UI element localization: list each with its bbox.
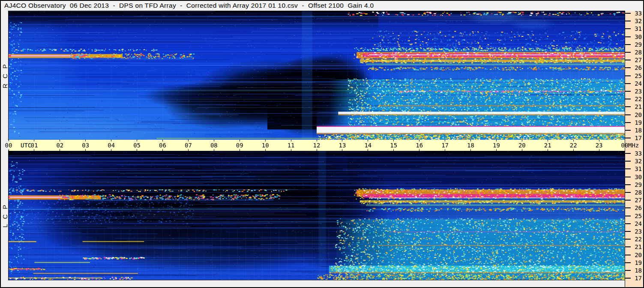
time-tick-label: 22 [570,142,577,149]
time-tick [599,149,599,151]
time-tick [419,140,419,141]
freq-tick-label: 28 [631,49,642,56]
time-tick [137,149,137,151]
freq-tick-label: 27 [631,57,642,63]
time-tick [60,149,60,151]
time-tick-label: 02 [56,142,63,149]
freq-tick [625,161,631,162]
freq-tick [625,130,631,131]
time-tick-label: 16 [416,142,423,149]
time-tick [445,149,445,151]
freq-tick-label: 22 [631,96,642,102]
time-tick-label: 18 [467,142,474,149]
time-tick-label: 23 [596,142,603,149]
freq-tick [625,52,631,53]
freq-tick [625,177,631,177]
time-tick [85,149,86,151]
freq-tick-label: 18 [631,267,642,274]
time-tick-label: 14 [364,142,371,149]
freq-tick-label: 31 [631,165,642,172]
freq-tick-label: 30 [631,174,642,180]
time-tick [496,149,497,151]
freq-tick-label: 24 [631,80,642,87]
freq-tick [625,21,631,21]
time-tick [522,140,522,141]
freq-tick-label: 29 [631,41,642,48]
time-tick-label: 17 [441,142,449,149]
freq-tick [625,246,631,247]
time-tick [368,149,368,151]
time-tick [342,140,342,141]
time-tick [240,140,240,141]
freq-tick [625,278,631,279]
freq-tick [625,60,631,60]
app-window: AJ4CO Observatory 06 Dec 2013 - DPS on T… [0,0,644,288]
spectrogram-panel-lcp [9,151,625,280]
freq-tick-label: 19 [631,259,642,266]
time-tick [9,149,9,151]
time-tick [60,140,60,141]
time-tick [393,140,394,141]
freq-tick [625,216,631,216]
time-tick-label: 06 [159,142,166,149]
freq-tick [625,122,631,123]
time-tick-label: 12 [313,142,321,149]
polarization-label-lcp: L C P [1,151,9,280]
title-bar: AJ4CO Observatory 06 Dec 2013 - DPS on T… [1,1,642,11]
freq-tick [625,231,631,232]
time-tick [291,149,291,151]
time-tick [625,149,625,151]
polarization-label-rcp: R C P [1,11,9,140]
freq-tick [625,168,631,169]
freq-tick-label: 24 [631,220,642,227]
page-title: AJ4CO Observatory 06 Dec 2013 - DPS on T… [4,2,374,9]
freq-tick [625,28,631,29]
time-tick-label: 01 [30,142,38,149]
time-tick [342,149,342,151]
time-axis: UTC 000102030405060708091011121314151617… [9,140,625,151]
time-tick-label: 00 [5,142,12,149]
time-tick [34,140,34,141]
time-tick [162,149,163,151]
time-tick [214,149,214,151]
freq-tick [625,106,631,107]
freq-tick [625,207,631,208]
time-tick-label: 03 [82,142,89,149]
time-tick [470,140,471,141]
time-tick-label: 08 [210,142,218,149]
time-tick [265,149,266,151]
time-tick [548,140,548,141]
time-tick [111,140,111,141]
time-tick [291,140,291,141]
time-tick [445,140,445,141]
time-tick [137,140,137,141]
freq-tick [625,192,631,193]
time-tick [265,140,266,141]
time-unit-label: UTC [21,142,31,149]
time-tick-label: 21 [544,142,551,149]
freq-tick-label: 26 [631,204,642,211]
freq-tick-label: 23 [631,88,642,95]
freq-tick [625,184,631,185]
time-tick [625,140,625,141]
freq-tick-label: 29 [631,181,642,188]
time-tick [317,140,317,141]
time-tick [393,149,394,151]
freq-tick [625,200,631,201]
freq-tick-label: 25 [631,72,642,79]
freq-tick-label: 21 [631,103,642,110]
time-tick [188,140,189,141]
freq-tick-label: 32 [631,18,642,24]
time-tick-label: 15 [390,142,397,149]
time-tick [573,140,574,141]
freq-tick [625,153,631,154]
freq-tick-label: 28 [631,189,642,196]
time-tick [9,140,9,141]
freq-tick-label: 17 [631,275,642,282]
freq-tick-label: 32 [631,158,642,165]
freq-tick [625,239,631,240]
freq-tick-label: 33 [631,150,642,157]
time-tick [214,140,214,141]
time-tick-label: 20 [518,142,526,149]
freq-tick [625,36,631,37]
